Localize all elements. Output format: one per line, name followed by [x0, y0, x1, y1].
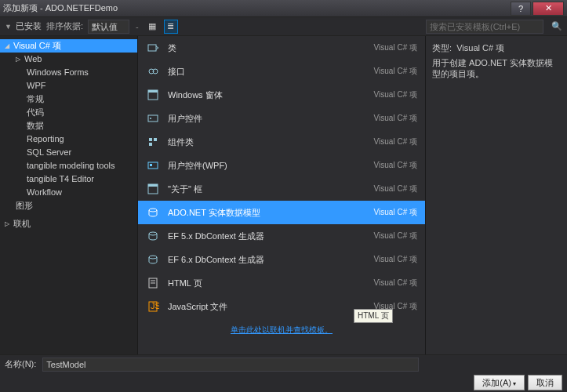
- svg-point-16: [149, 256, 157, 259]
- desc-type: 类型: Visual C# 项: [432, 42, 561, 54]
- template-label: EF 6.x DbContext 生成器: [168, 254, 366, 266]
- template-icon: [146, 182, 160, 196]
- tree-node[interactable]: Windows Forms: [0, 66, 137, 79]
- tree-node[interactable]: 代码: [0, 106, 137, 119]
- tree-node-visual-csharp[interactable]: ◢Visual C# 项: [0, 39, 137, 53]
- template-icon: [146, 252, 160, 267]
- online-link[interactable]: 单击此处以联机并查找模板。: [231, 325, 333, 334]
- template-icon: [146, 111, 160, 125]
- installed-label[interactable]: 已安装: [16, 20, 42, 32]
- template-category: Visual C# 项: [374, 89, 417, 100]
- tree-node[interactable]: Reporting: [0, 132, 137, 146]
- template-row[interactable]: 组件类Visual C# 项: [138, 130, 425, 154]
- add-button[interactable]: 添加(A)▾: [474, 375, 525, 390]
- tree-node[interactable]: SQL Server: [0, 146, 137, 159]
- tree-node[interactable]: 常规: [0, 93, 137, 106]
- template-label: 类: [168, 42, 366, 54]
- list-view-button[interactable]: ≣: [164, 20, 178, 34]
- help-button[interactable]: ?: [511, 2, 531, 16]
- template-category: Visual C# 项: [374, 230, 417, 241]
- cancel-button[interactable]: 取消: [528, 375, 562, 390]
- search-icon[interactable]: 🔍: [551, 21, 562, 31]
- tree-node[interactable]: tangible modeling tools: [0, 159, 137, 172]
- template-label: JavaScript 文件: [168, 301, 366, 313]
- template-icon: [146, 229, 160, 243]
- template-label: 用户控件(WPF): [168, 160, 366, 172]
- svg-rect-7: [149, 138, 152, 141]
- template-row[interactable]: EF 6.x DbContext 生成器Visual C# 项: [138, 248, 425, 271]
- svg-point-14: [149, 209, 157, 212]
- template-icon: [146, 158, 160, 172]
- template-icon: [146, 41, 160, 55]
- template-row[interactable]: "关于" 框Visual C# 项: [138, 177, 425, 201]
- template-label: EF 5.x DbContext 生成器: [168, 230, 366, 242]
- sort-select[interactable]: 默认值: [88, 20, 129, 34]
- svg-rect-4: [148, 90, 158, 93]
- template-row[interactable]: EF 5.x DbContext 生成器Visual C# 项: [138, 224, 425, 248]
- template-category: Visual C# 项: [374, 136, 417, 147]
- template-row[interactable]: Windows 窗体Visual C# 项: [138, 83, 425, 107]
- template-label: HTML 页: [168, 278, 366, 289]
- svg-rect-0: [148, 45, 156, 51]
- template-row[interactable]: HTML 页Visual C# 项: [138, 271, 425, 295]
- title-bar: 添加新项 - ADO.NETEFDemo ? ✕: [0, 0, 567, 17]
- template-label: 接口: [168, 66, 366, 78]
- template-label: ADO.NET 实体数据模型: [168, 207, 366, 219]
- svg-point-15: [149, 232, 157, 235]
- desc-body: 用于创建 ADO.NET 实体数据模型的项目项。: [432, 57, 561, 79]
- template-label: Windows 窗体: [168, 89, 366, 101]
- svg-rect-13: [148, 184, 158, 187]
- svg-rect-8: [154, 138, 157, 141]
- svg-rect-10: [148, 162, 158, 169]
- svg-point-6: [150, 118, 151, 119]
- name-label: 名称(N):: [5, 358, 36, 370]
- toolbar: ▼ 已安装 排序依据: 默认值 - ▦ ≣ 🔍: [0, 17, 567, 36]
- template-row[interactable]: 用户控件Visual C# 项: [138, 107, 425, 130]
- svg-rect-9: [149, 143, 152, 146]
- sort-label: 排序依据:: [46, 20, 83, 32]
- template-category: Visual C# 项: [374, 160, 417, 171]
- close-button[interactable]: ✕: [532, 2, 564, 16]
- template-category: Visual C# 项: [374, 207, 417, 218]
- svg-rect-11: [150, 164, 152, 166]
- button-bar: 添加(A)▾ 取消: [0, 373, 567, 392]
- svg-text:JS: JS: [151, 301, 159, 310]
- template-category: Visual C# 项: [374, 66, 417, 77]
- tree-node[interactable]: Workflow: [0, 186, 137, 199]
- template-label: "关于" 框: [168, 183, 366, 195]
- tree-node[interactable]: WPF: [0, 79, 137, 93]
- tree-node[interactable]: 数据: [0, 119, 137, 132]
- name-bar: 名称(N):: [0, 354, 567, 373]
- template-icon: [146, 135, 160, 149]
- template-category: Visual C# 项: [374, 183, 417, 194]
- separator: -: [136, 22, 139, 31]
- window-title: 添加新项 - ADO.NETEFDemo: [3, 2, 509, 14]
- tree-node[interactable]: 图形: [0, 199, 137, 212]
- category-tree: ◢Visual C# 项 ▷Web Windows Forms WPF 常规 代…: [0, 36, 137, 354]
- template-icon: [146, 64, 160, 78]
- template-icon: [146, 276, 160, 290]
- tree-node[interactable]: ▷Web: [0, 53, 137, 66]
- template-category: Visual C# 项: [374, 254, 417, 265]
- tooltip: HTML 页: [354, 309, 393, 323]
- template-category: Visual C# 项: [374, 278, 417, 289]
- template-label: 组件类: [168, 136, 366, 148]
- description-panel: 类型: Visual C# 项 用于创建 ADO.NET 实体数据模型的项目项。: [426, 36, 567, 354]
- template-category: Visual C# 项: [374, 113, 417, 124]
- template-label: 用户控件: [168, 113, 366, 125]
- template-row[interactable]: 类Visual C# 项: [138, 36, 425, 60]
- template-row[interactable]: 用户控件(WPF)Visual C# 项: [138, 154, 425, 177]
- template-row[interactable]: ADO.NET 实体数据模型Visual C# 项: [138, 201, 425, 224]
- template-icon: [146, 88, 160, 102]
- grid-view-button[interactable]: ▦: [145, 20, 159, 34]
- search-input[interactable]: [426, 20, 543, 34]
- template-icon: JS: [146, 299, 160, 314]
- template-list: 类Visual C# 项接口Visual C# 项Windows 窗体Visua…: [137, 36, 426, 354]
- chevron-down-icon[interactable]: ▼: [5, 23, 11, 31]
- tree-node[interactable]: tangible T4 Editor: [0, 172, 137, 186]
- name-input[interactable]: [42, 358, 419, 372]
- tree-node-online[interactable]: ▷联机: [0, 217, 137, 230]
- template-row[interactable]: 接口Visual C# 项: [138, 60, 425, 83]
- template-category: Visual C# 项: [374, 42, 417, 53]
- template-icon: [146, 205, 160, 220]
